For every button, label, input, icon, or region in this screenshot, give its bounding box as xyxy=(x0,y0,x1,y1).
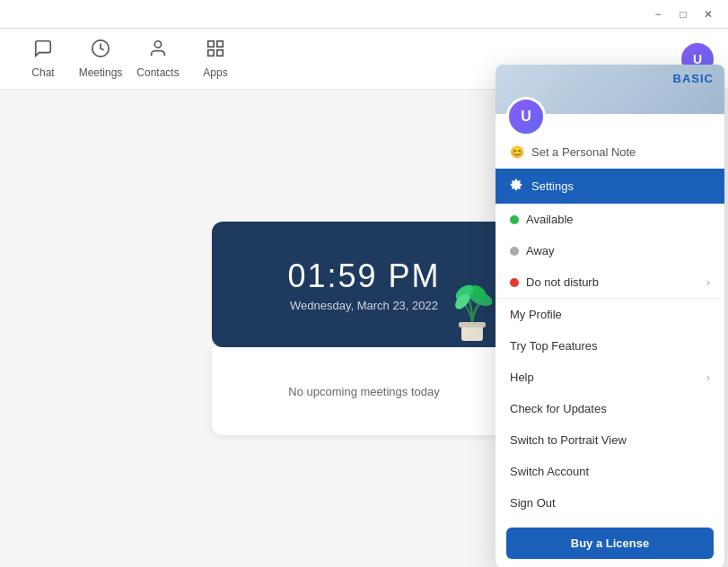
buy-license-label: Buy a License xyxy=(571,536,649,550)
status-dnd[interactable]: Do not disturb › xyxy=(496,266,724,298)
settings-icon xyxy=(510,179,522,194)
dnd-dot xyxy=(510,278,519,287)
contacts-icon xyxy=(148,39,168,63)
away-label: Away xyxy=(526,244,555,257)
check-updates-item[interactable]: Check for Updates xyxy=(496,393,724,424)
chat-label: Chat xyxy=(31,66,54,79)
close-button[interactable]: ✕ xyxy=(696,2,721,27)
chevron-right-icon: › xyxy=(706,276,710,289)
help-chevron-icon: › xyxy=(706,371,710,384)
dnd-label: Do not disturb xyxy=(526,275,599,289)
apps-icon xyxy=(206,39,225,63)
apps-label: Apps xyxy=(203,66,227,79)
my-profile-item[interactable]: My Profile xyxy=(496,299,724,330)
svg-rect-3 xyxy=(217,41,223,47)
status-available[interactable]: Available xyxy=(496,204,724,235)
switch-portrait-item[interactable]: Switch to Portrait View xyxy=(496,424,724,456)
status-away[interactable]: Away xyxy=(496,235,724,266)
minimize-button[interactable]: − xyxy=(645,2,671,27)
contacts-label: Contacts xyxy=(136,66,179,79)
basic-badge: BASIC xyxy=(673,72,714,85)
buy-license-button[interactable]: Buy a License xyxy=(506,528,714,559)
no-meetings-text: No upcoming meetings today xyxy=(288,385,439,398)
dropdown-menu: BASIC U 😊 Set a Personal Note Settings A… xyxy=(496,65,724,567)
meetings-icon xyxy=(91,39,110,63)
personal-note-label: Set a Personal Note xyxy=(531,145,636,159)
switch-portrait-label: Switch to Portrait View xyxy=(510,433,627,447)
svg-rect-5 xyxy=(217,50,223,56)
no-meetings-panel: No upcoming meetings today xyxy=(212,347,517,435)
nav-meetings[interactable]: Meetings xyxy=(72,34,129,84)
my-profile-label: My Profile xyxy=(510,308,562,321)
clock-widget: 01:59 PM Wednesday, March 23, 2022 xyxy=(212,222,517,347)
svg-rect-4 xyxy=(208,50,214,56)
switch-account-item[interactable]: Switch Account xyxy=(496,456,724,487)
svg-point-1 xyxy=(154,41,161,48)
svg-rect-7 xyxy=(459,322,486,327)
clock-date: Wednesday, March 23, 2022 xyxy=(290,299,438,312)
help-item[interactable]: Help › xyxy=(496,362,724,393)
titlebar: − □ ✕ xyxy=(0,0,728,29)
away-dot xyxy=(510,247,519,256)
maximize-button[interactable]: □ xyxy=(671,2,696,27)
profile-avatar: U xyxy=(506,97,546,136)
switch-account-label: Switch Account xyxy=(510,465,589,478)
try-top-features-label: Try Top Features xyxy=(510,339,598,353)
profile-header: BASIC U xyxy=(496,65,724,136)
personal-note-item[interactable]: 😊 Set a Personal Note xyxy=(496,136,724,169)
available-label: Available xyxy=(526,213,574,226)
available-dot xyxy=(510,215,519,224)
try-top-features-item[interactable]: Try Top Features xyxy=(496,330,724,362)
sign-out-label: Sign Out xyxy=(510,496,556,510)
chat-icon xyxy=(33,39,53,63)
nav-contacts[interactable]: Contacts xyxy=(129,34,187,84)
personal-note-emoji: 😊 xyxy=(510,145,524,159)
nav-chat[interactable]: Chat xyxy=(14,34,72,84)
svg-rect-2 xyxy=(208,41,214,47)
settings-item[interactable]: Settings xyxy=(496,169,724,204)
check-updates-label: Check for Updates xyxy=(510,402,607,415)
meetings-label: Meetings xyxy=(79,66,123,79)
sign-out-item[interactable]: Sign Out xyxy=(496,487,724,519)
help-label: Help xyxy=(510,371,534,384)
clock-time: 01:59 PM xyxy=(287,257,440,295)
nav-apps[interactable]: Apps xyxy=(187,34,244,84)
settings-label: Settings xyxy=(531,179,574,193)
